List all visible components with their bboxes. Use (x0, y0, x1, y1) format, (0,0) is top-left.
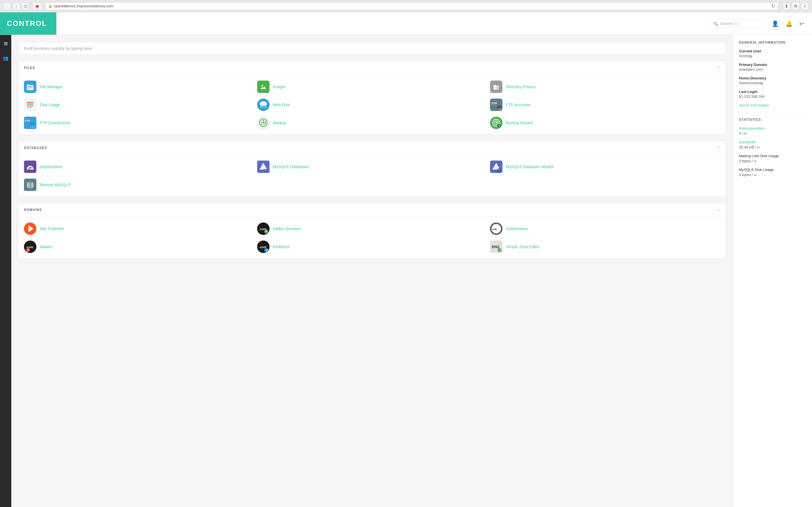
redirects-label: Redirects (273, 244, 290, 249)
brand-title: CONTROL (7, 19, 47, 28)
domains-section-header: DOMAINS − (18, 203, 726, 217)
svg-rect-14 (27, 105, 34, 107)
lock-icon: 🔒 (48, 4, 52, 8)
server-information-link[interactable]: Server Information (739, 103, 806, 107)
list-item[interactable]: .com+ Addon Domains (257, 223, 488, 235)
bandwidth-link[interactable]: Bandwidth (739, 140, 806, 144)
list-item[interactable]: Images (257, 80, 488, 93)
list-item[interactable]: FTP FTP Connections (24, 117, 254, 129)
domains-collapse-button[interactable]: − (717, 207, 720, 213)
sidebar-item-grid[interactable]: ⊞ (1, 38, 11, 48)
browser-nav-buttons: ‹ › ◫ (3, 2, 29, 10)
remote-mysql-icon (24, 179, 36, 191)
list-item[interactable]: ⚲ Backup Wizard (490, 117, 720, 129)
pocket-button[interactable]: ◉ (32, 2, 42, 10)
url-display: cpaneldemo1.impressivedemos.com (54, 4, 113, 8)
bandwidth-value: 20.48 KB / ∞ (739, 145, 760, 149)
domains-section-title: DOMAINS (24, 208, 42, 212)
menu-button[interactable]: + (801, 2, 809, 10)
files-section-title: FILES (24, 66, 35, 70)
databases-section-header: DATABASES − (18, 141, 726, 155)
mysql-disk-stat: MySQL® Disk Usage 0 bytes / ∞ (739, 168, 806, 177)
tab-layout-button[interactable]: ◫ (21, 2, 29, 10)
remote-mysql-label: Remote MySQL® (40, 182, 71, 187)
svg-point-25 (500, 108, 502, 110)
list-item[interactable]: Remote MySQL® (24, 179, 254, 191)
last-login-field: Last Login 81.153.188.164 (739, 90, 806, 99)
back-button[interactable]: ‹ (3, 2, 11, 10)
new-tab-button[interactable]: ⧉ (792, 2, 800, 10)
list-item[interactable]: .com≡ Aliases (24, 240, 254, 253)
list-item[interactable]: sub. Subdomains (490, 223, 720, 235)
ftp-connections-label: FTP Connections (40, 121, 70, 125)
list-item[interactable]: DNS✓ Simple Zone Editor (490, 240, 720, 253)
sidebar-item-users[interactable]: 👥 (1, 53, 11, 63)
svg-text:⚲: ⚲ (498, 124, 500, 127)
home-directory-field: Home Directory /home/controlg (739, 76, 806, 85)
svg-rect-2 (28, 86, 33, 87)
list-item[interactable]: Backup (257, 117, 488, 129)
mysql-wizard-icon (490, 161, 502, 173)
simple-zone-editor-label: Simple Zone Editor (506, 244, 539, 249)
list-item[interactable]: Disk Usage (24, 99, 254, 111)
disk-usage-label: Disk Usage (40, 103, 60, 107)
autoresponders-stat: Autoresponders 0 / ∞ (739, 126, 806, 135)
site-publisher-label: Site Publisher (40, 226, 64, 231)
domains-section-items: Site Publisher .com+ Addon Domains (18, 217, 726, 259)
file-manager-icon (24, 80, 36, 93)
user-icon[interactable]: 👤 (770, 19, 780, 28)
mysql-databases-icon (257, 161, 269, 173)
list-item[interactable]: phpMyAdmin (24, 161, 254, 173)
addon-domains-icon: .com+ (257, 223, 269, 235)
search-box[interactable]: 🔍 Search ( / ) (710, 19, 766, 28)
databases-section-items: phpMyAdmin MySQL® Databases (18, 155, 726, 196)
mysql-disk-value: 0 bytes / ∞ (739, 173, 756, 177)
list-item[interactable]: MySQL® Databases (257, 161, 488, 173)
primary-domain-label: Primary Domain (739, 62, 806, 67)
address-bar[interactable]: 🔒 cpaneldemo1.impressivedemos.com ↻ (45, 2, 778, 10)
mysql-wizard-label: MySQL® Database Wizard (506, 165, 553, 169)
web-disk-icon (257, 99, 269, 111)
mailing-lists-disk-value: 0 bytes / ∞ (739, 159, 756, 163)
list-item[interactable]: .com↗ Redirects (257, 240, 488, 253)
bell-icon[interactable]: 🔔 (784, 19, 794, 28)
primary-domain-field: Primary Domain example1.com (739, 62, 806, 71)
mailing-lists-disk-label: Mailing Lists Disk Usage (739, 154, 806, 158)
subdomains-label: Subdomains (506, 226, 528, 231)
svg-rect-11 (497, 87, 499, 88)
list-item[interactable]: Site Publisher (24, 223, 254, 235)
disk-usage-icon (24, 99, 36, 111)
function-search-bar[interactable]: Find functions quickly by typing here. (18, 42, 726, 55)
svg-rect-13 (27, 104, 34, 105)
mailing-lists-disk-stat: Mailing Lists Disk Usage 0 bytes / ∞ (739, 154, 806, 163)
list-item[interactable]: Web Disk (257, 99, 488, 111)
top-header: CONTROL 🔍 Search ( / ) 👤 🔔 ↩ (0, 12, 812, 35)
reload-button[interactable]: ↻ (771, 3, 775, 9)
page-wrapper: CONTROL 🔍 Search ( / ) 👤 🔔 ↩ ⊞ 👥 Find fu (0, 12, 812, 507)
svg-rect-1 (27, 84, 30, 86)
list-item[interactable]: Directory Privacy (490, 80, 720, 93)
backup-icon (257, 117, 269, 129)
svg-point-31 (33, 126, 35, 128)
ftp-connections-icon: FTP (24, 117, 36, 129)
aliases-label: Aliases (40, 244, 52, 249)
svg-text:sub.: sub. (492, 228, 498, 231)
list-item[interactable]: File Manager (24, 80, 254, 93)
list-item[interactable]: MySQL® Database Wizard (490, 161, 720, 173)
mysql-databases-label: MySQL® Databases (273, 165, 309, 169)
logout-icon[interactable]: ↩ (798, 19, 805, 28)
share-button[interactable]: ⬆ (783, 2, 791, 10)
current-user-label: Current User (739, 49, 806, 53)
icon-sidebar: ⊞ 👥 (0, 35, 11, 507)
files-collapse-button[interactable]: − (717, 65, 720, 71)
redirects-icon: .com↗ (257, 240, 269, 253)
forward-button[interactable]: › (12, 2, 20, 10)
autoresponders-link[interactable]: Autoresponders (739, 126, 806, 130)
images-icon (257, 80, 269, 93)
ftp-accounts-label: FTP Accounts (506, 103, 530, 107)
databases-collapse-button[interactable]: − (717, 145, 720, 151)
web-disk-label: Web Disk (273, 103, 290, 107)
search-icon: 🔍 (713, 21, 718, 26)
addon-domains-label: Addon Domains (273, 226, 301, 231)
list-item[interactable]: FTP FTP Accounts (490, 99, 720, 111)
